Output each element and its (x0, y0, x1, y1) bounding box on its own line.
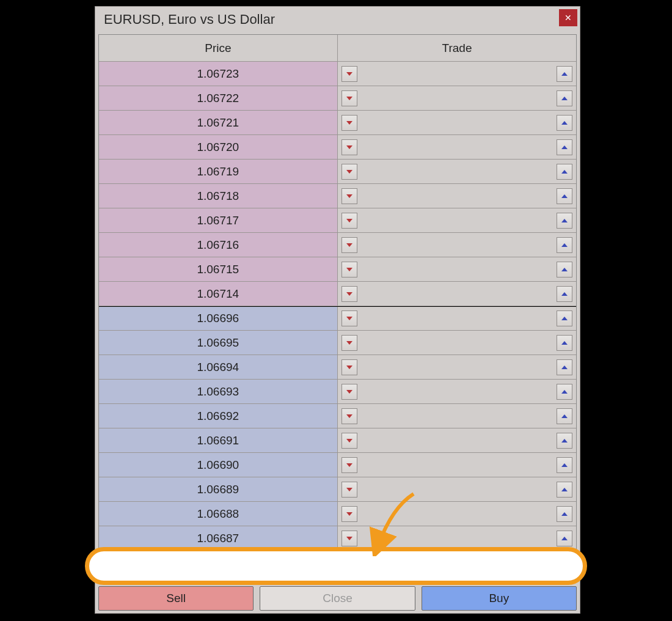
price-cell[interactable]: 1.06693 (99, 380, 338, 403)
annotation-arrow-icon (365, 489, 426, 556)
sell-at-price-button[interactable] (341, 384, 357, 400)
sell-at-price-button[interactable] (341, 237, 357, 253)
buy-at-price-button[interactable] (557, 213, 572, 229)
price-cell[interactable]: 1.06695 (99, 331, 338, 355)
buy-at-price-button[interactable] (557, 262, 572, 277)
chevron-up-icon (561, 194, 568, 198)
sell-at-price-button[interactable] (341, 188, 357, 204)
trade-cell (338, 208, 577, 232)
price-cell[interactable]: 1.06717 (99, 208, 338, 232)
price-cell[interactable]: 1.06714 (99, 282, 338, 306)
dom-window: EURUSD, Euro vs US Dollar ✕ Price Trade … (95, 6, 580, 614)
buy-at-price-button[interactable] (557, 139, 572, 155)
price-row: 1.06720 (99, 135, 576, 160)
buy-at-price-button[interactable] (557, 335, 572, 351)
sell-at-price-button[interactable] (341, 286, 357, 302)
sell-at-price-button[interactable] (341, 433, 357, 449)
price-row: 1.06719 (99, 160, 576, 184)
close-icon: ✕ (564, 13, 572, 23)
price-cell[interactable]: 1.06691 (99, 428, 338, 452)
buy-at-price-button[interactable] (557, 237, 572, 253)
buy-at-price-button[interactable] (557, 433, 572, 449)
sell-button[interactable]: Sell (98, 586, 254, 611)
trade-column-header: Trade (338, 35, 576, 61)
trade-cell (338, 233, 577, 257)
price-cell[interactable]: 1.06694 (99, 355, 338, 379)
price-cell[interactable]: 1.06723 (99, 62, 338, 86)
chevron-down-icon (346, 170, 352, 174)
price-cell[interactable]: 1.06688 (99, 502, 338, 526)
buy-at-price-button[interactable] (557, 286, 572, 302)
sell-at-price-button[interactable] (341, 90, 357, 106)
price-row: 1.06695 (99, 331, 576, 355)
buy-at-price-button[interactable] (557, 90, 572, 106)
buy-at-price-button[interactable] (557, 164, 572, 180)
close-position-button[interactable]: Close (260, 586, 415, 611)
sell-at-price-button[interactable] (341, 457, 357, 473)
price-cell[interactable]: 1.06721 (99, 111, 338, 134)
chevron-up-icon (561, 121, 568, 125)
sell-at-price-button[interactable] (341, 310, 357, 326)
price-cell[interactable]: 1.06722 (99, 86, 338, 110)
buy-at-price-button[interactable] (557, 457, 572, 473)
buy-at-price-button[interactable] (557, 188, 572, 204)
chevron-down-icon (346, 488, 352, 491)
chevron-down-icon (346, 512, 352, 516)
sell-at-price-button[interactable] (341, 164, 357, 180)
chevron-down-icon (346, 194, 352, 198)
price-cell[interactable]: 1.06696 (99, 307, 338, 330)
chevron-up-icon (561, 439, 568, 443)
buy-at-price-button[interactable] (557, 531, 572, 546)
trade-cell (338, 453, 577, 477)
buy-at-price-button[interactable] (557, 115, 572, 131)
buy-at-price-button[interactable] (557, 482, 572, 498)
price-row: 1.06717 (99, 208, 576, 233)
sell-at-price-button[interactable] (341, 359, 357, 375)
buy-at-price-button[interactable] (557, 66, 572, 82)
chevron-down-icon (346, 390, 352, 394)
trade-cell (338, 257, 577, 281)
chevron-down-icon (346, 537, 352, 540)
chevron-up-icon (561, 463, 568, 467)
chevron-up-icon (561, 97, 568, 100)
chevron-down-icon (346, 72, 352, 76)
price-cell[interactable]: 1.06692 (99, 404, 338, 428)
chevron-down-icon (346, 243, 352, 247)
chevron-up-icon (561, 145, 568, 149)
price-cell[interactable]: 1.06690 (99, 453, 338, 477)
chevron-up-icon (561, 488, 568, 491)
price-cell[interactable]: 1.06715 (99, 257, 338, 281)
price-cell[interactable]: 1.06716 (99, 233, 338, 257)
sell-at-price-button[interactable] (341, 115, 357, 131)
buy-at-price-button[interactable] (557, 384, 572, 400)
price-row: 1.06693 (99, 380, 576, 404)
sell-at-price-button[interactable] (341, 262, 357, 277)
window-title: EURUSD, Euro vs US Dollar (104, 12, 275, 28)
close-window-button[interactable]: ✕ (559, 9, 577, 26)
sell-at-price-button[interactable] (341, 408, 357, 424)
price-cell[interactable]: 1.06720 (99, 135, 338, 159)
buy-button[interactable]: Buy (422, 586, 577, 611)
price-row: 1.06715 (99, 257, 576, 282)
trade-cell (338, 86, 577, 110)
buy-at-price-button[interactable] (557, 408, 572, 424)
sell-at-price-button[interactable] (341, 506, 357, 522)
buy-at-price-button[interactable] (557, 359, 572, 375)
chevron-down-icon (346, 341, 352, 345)
sell-at-price-button[interactable] (341, 335, 357, 351)
sell-at-price-button[interactable] (341, 213, 357, 229)
trade-cell (338, 184, 577, 208)
sell-at-price-button[interactable] (341, 531, 357, 546)
sell-at-price-button[interactable] (341, 66, 357, 82)
price-row: 1.06722 (99, 86, 576, 111)
price-cell[interactable]: 1.06718 (99, 184, 338, 208)
price-cell[interactable]: 1.06689 (99, 477, 338, 501)
sell-at-price-button[interactable] (341, 139, 357, 155)
buy-at-price-button[interactable] (557, 506, 572, 522)
buy-at-price-button[interactable] (557, 310, 572, 326)
sell-at-price-button[interactable] (341, 482, 357, 498)
price-row: 1.06692 (99, 404, 576, 428)
price-cell[interactable]: 1.06719 (99, 160, 338, 183)
price-row: 1.06714 (99, 282, 576, 306)
highlight-callout (85, 547, 587, 585)
